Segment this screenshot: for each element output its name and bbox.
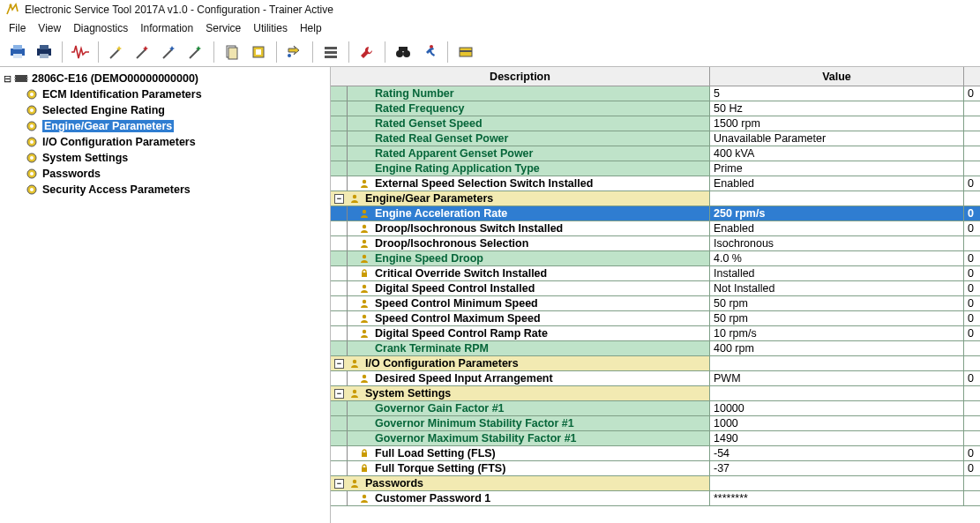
grid-desc-text: Rated Genset Speed <box>375 117 483 130</box>
grid-cell-description: Customer Password 1 <box>331 491 710 505</box>
printer-blue-icon[interactable] <box>5 40 30 64</box>
svg-rect-24 <box>26 77 28 78</box>
menu-information[interactable]: Information <box>137 20 202 36</box>
grid-group-row[interactable]: −System Settings <box>331 386 980 401</box>
grid-row[interactable]: Rated Genset Speed1500 rpm <box>331 116 980 131</box>
running-man-icon[interactable] <box>417 40 442 64</box>
grid-row[interactable]: External Speed Selection Switch Installe… <box>331 176 980 191</box>
grid-row[interactable]: Droop/Isochronous SelectionIsochronous <box>331 236 980 251</box>
tree-item[interactable]: System Settings <box>2 150 328 166</box>
grid-row[interactable]: Speed Control Minimum Speed50 rpm0 <box>331 296 980 311</box>
wand-green-icon[interactable] <box>183 40 208 64</box>
grid-cell-value: Isochronous <box>710 236 964 250</box>
col-extra[interactable] <box>964 67 980 86</box>
grid-cell-extra: 0 <box>964 266 980 280</box>
blank-icon <box>357 432 371 445</box>
grid-cell-extra <box>964 476 980 490</box>
grid-cell-extra <box>964 431 980 445</box>
grid-row[interactable]: Governor Gain Factor #110000 <box>331 401 980 416</box>
grid-row[interactable]: Digital Speed Control InstalledNot Insta… <box>331 281 980 296</box>
menu-utilities[interactable]: Utilities <box>250 20 296 36</box>
grid-row[interactable]: Rated Apparent Genset Power400 kVA <box>331 146 980 161</box>
grid-row[interactable]: Governor Minimum Stability Factor #11000 <box>331 416 980 431</box>
grid-row[interactable]: Desired Speed Input ArrangementPWM0 <box>331 371 980 386</box>
menu-file[interactable]: File <box>5 20 34 36</box>
menu-service[interactable]: Service <box>202 20 250 36</box>
wand-red-icon[interactable] <box>131 40 155 64</box>
grid-row[interactable]: Engine Speed Droop4.0 %0 <box>331 251 980 266</box>
wand-yellow-icon[interactable] <box>104 40 129 64</box>
col-description[interactable]: Description <box>331 67 710 86</box>
menu-diagnostics[interactable]: Diagnostics <box>70 20 137 36</box>
grid-group-row[interactable]: −Engine/Gear Parameters <box>331 191 980 206</box>
grid-row[interactable]: Rating Number50 <box>331 86 980 101</box>
svg-rect-46 <box>362 273 367 277</box>
grid-cell-description: Full Torque Setting (FTS) <box>331 461 710 475</box>
grid-desc-text: Digital Speed Control Ramp Rate <box>375 327 548 340</box>
menu-view[interactable]: View <box>34 20 70 36</box>
grid-row[interactable]: Droop/Isochronous Switch InstalledEnable… <box>331 221 980 236</box>
grid-cell-value: 400 rpm <box>710 341 964 355</box>
svg-point-42 <box>363 210 366 213</box>
svg-rect-20 <box>460 50 472 52</box>
grid-cell-value: ******** <box>710 491 964 505</box>
tree-item[interactable]: Engine/Gear Parameters <box>2 118 328 134</box>
svg-rect-6 <box>40 54 49 58</box>
col-value[interactable]: Value <box>710 67 964 86</box>
grid-row[interactable]: Full Torque Setting (FTS)-370 <box>331 461 980 476</box>
tree-item[interactable]: Selected Engine Rating <box>2 102 328 118</box>
tree-item-label: I/O Configuration Parameters <box>42 136 196 148</box>
tree-root-node[interactable]: ⊟ 2806C-E16 (DEMO00000000000) <box>2 71 328 86</box>
svg-point-16 <box>403 50 410 57</box>
grid-row[interactable]: Digital Speed Control Ramp Rate10 rpm/s0 <box>331 326 980 341</box>
grid-row[interactable]: Customer Password 1******** <box>331 491 980 506</box>
grid-cell-extra <box>964 116 980 131</box>
chip-yellow-icon[interactable] <box>246 40 271 64</box>
grid-cell-value <box>710 191 964 205</box>
menu-help[interactable]: Help <box>296 20 331 36</box>
grid-row[interactable]: Governor Maximum Stability Factor #11490 <box>331 431 980 446</box>
grid-row[interactable]: Critical Override Switch InstalledInstal… <box>331 266 980 281</box>
minus-icon[interactable]: − <box>334 194 344 204</box>
svg-point-49 <box>363 315 366 318</box>
document-stack-icon[interactable] <box>220 40 244 64</box>
grid-cell-description: Desired Speed Input Arrangement <box>331 371 710 385</box>
grid-row[interactable]: Crank Terminate RPM400 rpm <box>331 341 980 356</box>
grid-row[interactable]: Speed Control Maximum Speed50 rpm0 <box>331 311 980 326</box>
card-yellow-icon[interactable] <box>453 40 478 64</box>
minus-icon[interactable]: − <box>334 479 344 489</box>
grid-row[interactable]: Full Load Setting (FLS)-540 <box>331 446 980 461</box>
grid-desc-text: Digital Speed Control Installed <box>375 282 535 295</box>
grid-row[interactable]: Rated Real Genset PowerUnavailable Param… <box>331 131 980 146</box>
wand-blue-icon[interactable] <box>157 40 182 64</box>
person-icon <box>357 252 371 265</box>
tree-item[interactable]: ECM Identification Parameters <box>2 86 328 102</box>
tree-item[interactable]: I/O Configuration Parameters <box>2 134 328 150</box>
printer-dark-icon[interactable] <box>32 40 56 64</box>
binoculars-icon[interactable] <box>391 40 415 64</box>
minus-icon[interactable]: ⊟ <box>2 73 12 85</box>
person-icon <box>357 492 371 504</box>
waveform-icon[interactable] <box>68 40 93 64</box>
tree-item[interactable]: Security Access Parameters <box>2 182 328 198</box>
arrows-right-icon[interactable] <box>282 40 307 64</box>
grid-row[interactable]: Engine Acceleration Rate250 rpm/s0 <box>331 206 980 221</box>
grid-desc-text: Droop/Isochronous Selection <box>375 237 528 250</box>
svg-point-57 <box>363 495 366 498</box>
svg-rect-10 <box>256 49 261 55</box>
wrench-red-icon[interactable] <box>355 40 379 64</box>
grid-row[interactable]: Engine Rating Application TypePrime <box>331 161 980 176</box>
grid-group-row[interactable]: −Passwords <box>331 476 980 491</box>
minus-icon[interactable]: − <box>334 359 344 369</box>
grid-row[interactable]: Rated Frequency50 Hz <box>331 101 980 116</box>
grid-cell-extra: 0 <box>964 206 980 220</box>
tree-item[interactable]: Passwords <box>2 166 328 182</box>
blank-icon <box>357 102 371 115</box>
bars-icon[interactable] <box>318 40 343 64</box>
minus-icon[interactable]: − <box>334 389 344 399</box>
svg-point-50 <box>363 330 366 333</box>
grid-group-row[interactable]: −I/O Configuration Parameters <box>331 356 980 371</box>
svg-point-48 <box>363 300 366 303</box>
grid-cell-value: -54 <box>710 446 964 460</box>
blank-icon <box>357 147 371 160</box>
